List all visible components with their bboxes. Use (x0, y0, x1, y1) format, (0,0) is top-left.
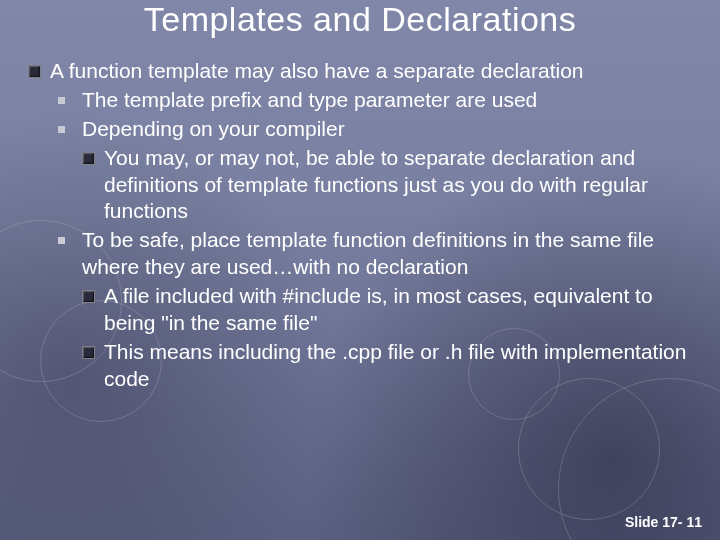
slide-body: A function template may also have a sepa… (28, 58, 700, 395)
slide-title: Templates and Declarations (0, 0, 720, 39)
bullet-level2: Depending on your compiler (58, 116, 700, 143)
bullet-level3: You may, or may not, be able to separate… (82, 145, 700, 226)
bullet-level3: This means including the .cpp file or .h… (82, 339, 700, 393)
bullet-level2: The template prefix and type parameter a… (58, 87, 700, 114)
bullet-level2: To be safe, place template function defi… (58, 227, 700, 281)
slide-number: Slide 17- 11 (625, 514, 702, 530)
slide: Templates and Declarations A function te… (0, 0, 720, 540)
bullet-level3: A file included with #include is, in mos… (82, 283, 700, 337)
bullet-level1: A function template may also have a sepa… (28, 58, 700, 85)
